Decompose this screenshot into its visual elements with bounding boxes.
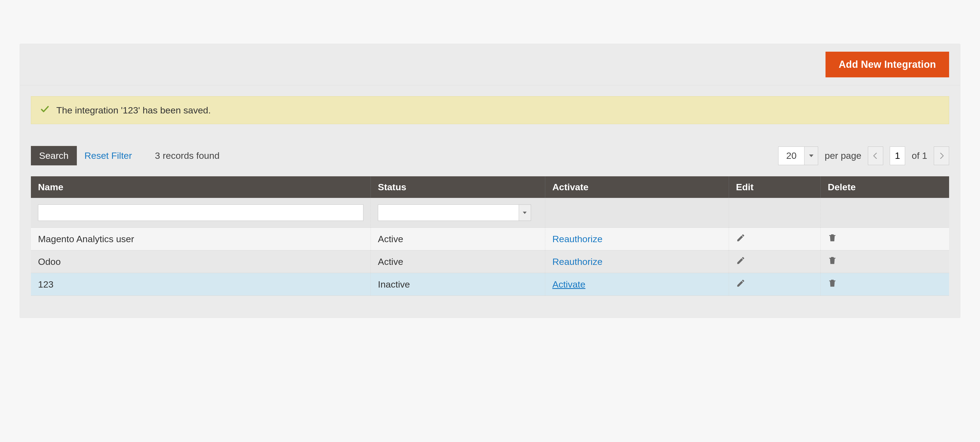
cell-edit <box>729 273 821 296</box>
search-button[interactable]: Search <box>31 146 77 165</box>
grid-toolbar: Search Reset Filter 3 records found 20 p… <box>31 146 949 165</box>
cell-delete <box>821 228 949 250</box>
table-row[interactable]: 123InactiveActivate <box>31 273 949 296</box>
table-row[interactable]: OdooActiveReauthorize <box>31 250 949 273</box>
caret-down-icon[interactable] <box>804 147 818 165</box>
cell-status: Active <box>371 228 545 250</box>
prev-page-button[interactable] <box>868 146 883 165</box>
cell-edit <box>729 250 821 273</box>
reauthorize-link[interactable]: Reauthorize <box>552 234 602 244</box>
table-row[interactable]: Magento Analytics userActiveReauthorize <box>31 228 949 250</box>
cell-name: Odoo <box>31 250 371 273</box>
trash-icon[interactable] <box>828 256 837 265</box>
add-new-integration-button[interactable]: Add New Integration <box>826 52 949 77</box>
cell-status: Inactive <box>371 273 545 296</box>
table-header-row: Name Status Activate Edit Delete <box>31 176 949 198</box>
name-filter-input[interactable] <box>38 205 363 221</box>
cell-delete <box>821 250 949 273</box>
per-page-label: per page <box>825 150 861 161</box>
activate-link[interactable]: Activate <box>552 279 585 289</box>
integrations-table: Name Status Activate Edit Delete <box>31 176 949 296</box>
edit-icon[interactable] <box>736 233 745 242</box>
page-size-value: 20 <box>778 146 804 165</box>
cell-edit <box>729 228 821 250</box>
cell-status: Active <box>371 250 545 273</box>
cell-activate: Reauthorize <box>545 228 729 250</box>
cell-name: Magento Analytics user <box>31 228 371 250</box>
check-icon <box>40 104 50 116</box>
trash-icon[interactable] <box>828 233 837 242</box>
success-notice: The integration '123' has been saved. <box>31 96 949 124</box>
status-filter-select[interactable] <box>378 205 531 221</box>
page-total-label: of 1 <box>912 150 927 161</box>
page-size-selector[interactable]: 20 <box>778 146 818 165</box>
filter-row <box>31 198 949 228</box>
cell-name: 123 <box>31 273 371 296</box>
caret-down-icon[interactable] <box>519 205 531 221</box>
next-page-button[interactable] <box>934 146 949 165</box>
col-edit-header: Edit <box>729 176 821 198</box>
col-delete-header: Delete <box>821 176 949 198</box>
reset-filter-link[interactable]: Reset Filter <box>84 150 132 161</box>
cell-activate: Activate <box>545 273 729 296</box>
reauthorize-link[interactable]: Reauthorize <box>552 256 602 267</box>
cell-delete <box>821 273 949 296</box>
col-status-header[interactable]: Status <box>371 176 545 198</box>
page-header: Add New Integration <box>20 44 960 85</box>
page-number-input[interactable] <box>890 146 905 165</box>
edit-icon[interactable] <box>736 278 745 288</box>
notice-text: The integration '123' has been saved. <box>56 105 211 116</box>
col-name-header[interactable]: Name <box>31 176 371 198</box>
edit-icon[interactable] <box>736 256 745 265</box>
pager: 20 per page of 1 <box>778 146 949 165</box>
cell-activate: Reauthorize <box>545 250 729 273</box>
records-found-text: 3 records found <box>155 150 220 161</box>
trash-icon[interactable] <box>828 278 837 288</box>
col-activate-header: Activate <box>545 176 729 198</box>
